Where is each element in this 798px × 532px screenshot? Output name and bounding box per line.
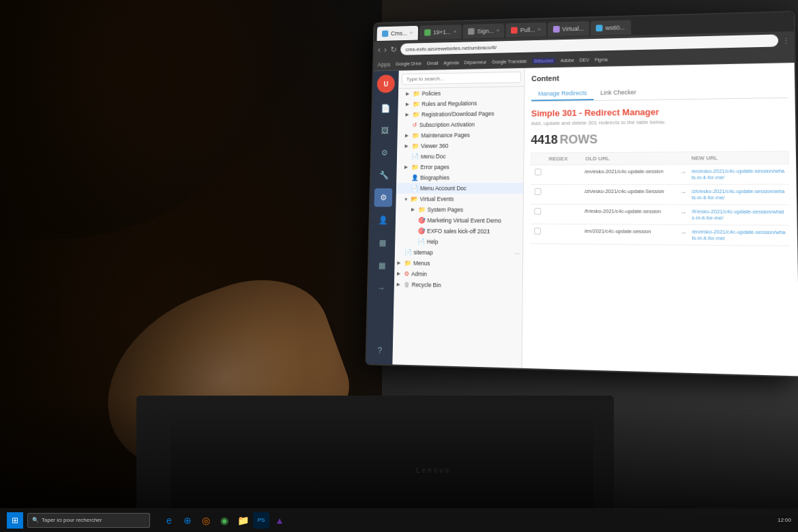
tree-item-marketing[interactable]: 🎯 Marketing Virtual Event Demo — [396, 215, 523, 226]
tree-arrow: ▶ — [405, 112, 411, 117]
taskbar-ps[interactable]: PS — [253, 512, 269, 529]
bookmark-agenda[interactable]: Agenda — [443, 60, 459, 65]
tree-label-marketing: Marketing Virtual Event Demo — [427, 217, 520, 224]
bookmark-gmail[interactable]: Gmail — [426, 61, 438, 65]
tree-more-btn[interactable]: ··· — [515, 250, 520, 257]
tree-item-account-doc[interactable]: 📄 Menu Account Doc — [396, 183, 523, 194]
taskbar-explorer[interactable]: 📁 — [235, 512, 251, 529]
tree-item-error[interactable]: ▶ 📁 Error pages — [396, 162, 523, 173]
umbraco-logo[interactable]: U — [376, 74, 395, 93]
browser-tab-cms[interactable]: Cms... × — [376, 25, 417, 40]
user-icon: 👤 — [411, 175, 419, 181]
tree-label-biographies: Biographies — [420, 174, 520, 181]
tree-item-recycle[interactable]: ▶ 🗑 Recycle Bin — [394, 279, 522, 292]
browser-tab-4[interactable]: Pull... × — [506, 22, 546, 38]
sidebar-icon-grid2[interactable]: ▦ — [372, 256, 391, 275]
taskbar-vs[interactable]: ▲ — [271, 512, 288, 529]
sidebar-icon-users[interactable]: 👤 — [374, 211, 392, 229]
tab-favicon-cms — [382, 30, 388, 37]
tree-label-rules: Rules and Regulations — [422, 100, 521, 108]
doc-icon: 📄 — [411, 153, 419, 160]
tree-item-system-pages[interactable]: ▶ 📁 System Pages — [396, 204, 523, 215]
reload-button[interactable]: ↻ — [390, 45, 397, 54]
tab-link-checker[interactable]: Link Checker — [593, 86, 643, 100]
row-checkbox-4[interactable] — [534, 228, 545, 235]
bookmark-translate[interactable]: Google Translate — [492, 59, 527, 64]
taskbar-ie[interactable]: e — [161, 512, 177, 529]
tree-label-help: Help — [427, 239, 520, 246]
tree-item-maintenance[interactable]: ▶ 📁 Maintenance Pages — [397, 129, 523, 141]
tab-label-cms: Cms... — [391, 29, 407, 36]
tree-label-policies: Policies — [422, 89, 521, 97]
bookmark-depanneur[interactable]: Dépanneur — [464, 60, 486, 65]
virtual-icon: 🎯 — [418, 217, 426, 224]
row-arrow-3: → — [677, 208, 689, 216]
rows-label: ROWS — [560, 132, 598, 146]
tree-arrow: ▶ — [397, 282, 402, 287]
content-tabs: Manage Redirects Link Checker — [531, 84, 788, 102]
tree-item-viewer360[interactable]: ▶ 📁 Viewer 360 — [397, 140, 524, 151]
bookmark-dev[interactable]: DEV — [580, 57, 589, 62]
old-url-text-1: /en/esko-2021/c4c-update-session — [585, 168, 675, 175]
tree-label-menus: Menus — [413, 260, 520, 268]
start-button[interactable]: ⊞ — [7, 512, 23, 529]
content-panel-title: Content — [531, 70, 787, 83]
tree-item-biographies[interactable]: 👤 Biographies — [396, 172, 523, 183]
tab-close-4[interactable]: × — [537, 27, 541, 33]
folder-icon: 📁 — [412, 132, 419, 139]
browser-tab-6[interactable]: ws60... — [591, 20, 632, 35]
old-url-text-4: /en/2021/c4c-update-session — [585, 228, 675, 235]
row-checkbox-3[interactable] — [534, 208, 545, 215]
taskbar-time: 12:00 — [778, 517, 791, 523]
address-text: cms-exfo.azurewebsites.net/umbraco/8/ — [406, 44, 497, 53]
tree-item-exfo-sales[interactable]: 🎯 EXFO sales kick-off 2021 — [395, 226, 522, 237]
folder-icon: 📁 — [404, 260, 412, 267]
col-header-check — [535, 156, 546, 162]
tree-item-help[interactable]: 📄 Help — [395, 236, 522, 248]
sidebar-icon-media[interactable]: 🖼 — [376, 121, 394, 140]
sidebar-icon-arrow[interactable]: → — [372, 279, 390, 298]
row-checkbox-2[interactable] — [535, 188, 546, 195]
search-box — [398, 68, 524, 89]
tree-arrow: ▶ — [404, 164, 410, 170]
bookmark-google-drive[interactable]: Google Drive — [396, 61, 422, 66]
forward-button[interactable]: › — [384, 45, 387, 54]
sidebar-icon-content[interactable]: 📄 — [376, 100, 395, 118]
sidebar-icon-grid1[interactable]: ▦ — [373, 233, 391, 252]
tab-close-cms[interactable]: × — [410, 30, 413, 36]
tab-label-4: Pull... — [520, 26, 535, 33]
taskbar-edge[interactable]: ⊕ — [179, 512, 196, 529]
content-tree: ▶ 📁 Policies ▶ 📁 Rules and Regulations ▶… — [392, 68, 524, 368]
row-checkbox-1[interactable] — [535, 168, 546, 175]
tree-search-input[interactable] — [402, 72, 521, 85]
tab-close-3[interactable]: × — [497, 27, 500, 33]
doc-icon: 📄 — [411, 185, 419, 192]
sidebar-icon-wrench[interactable]: 🔧 — [374, 166, 393, 184]
extensions-area: ⋮ — [782, 37, 790, 44]
tab-manage-redirects[interactable]: Manage Redirects — [531, 87, 594, 101]
laptop-screen: Cms... × 19+1... × Sign... × Pull... × V… — [365, 11, 798, 378]
bookmark-bitbucket[interactable]: Bitbucket — [532, 57, 555, 63]
bookmark-figma[interactable]: Figma — [595, 57, 608, 62]
folder-icon: 📁 — [411, 164, 419, 171]
browser-tab-3[interactable]: Sign... × — [463, 23, 505, 39]
tab-close-2[interactable]: × — [454, 29, 457, 35]
sidebar-icon-settings[interactable]: ⚙ — [375, 144, 394, 162]
tree-arrow: ▶ — [406, 91, 411, 97]
taskbar-firefox[interactable]: ◎ — [198, 512, 214, 529]
sidebar-icon-gear[interactable]: ⚙ — [374, 188, 393, 207]
browser-tab-2[interactable]: 19+1... × — [419, 25, 462, 40]
apps-label[interactable]: Apps — [377, 61, 390, 68]
back-button[interactable]: ‹ — [378, 45, 381, 54]
taskbar-chrome[interactable]: ◉ — [216, 512, 233, 529]
rows-count: 4418 ROWS — [531, 131, 788, 147]
tree-item-virtual-events[interactable]: ▼ 📂 Virtual Events — [396, 194, 522, 205]
tree-label-subscription: Subscription Activation — [419, 121, 521, 128]
browser-tab-5[interactable]: Virtual... — [548, 20, 590, 36]
taskbar-search[interactable]: 🔍 Taper ici pour rechercher — [27, 513, 150, 528]
bookmark-adobe[interactable]: Adobe — [561, 58, 574, 63]
sidebar-icon-help[interactable]: ? — [370, 341, 389, 361]
search-icon: 🔍 — [32, 517, 39, 523]
tree-item-menudoc[interactable]: 📄 Menu Doc — [397, 151, 524, 162]
tree-item-subscription[interactable]: ↺ Subscription Activation — [398, 119, 524, 130]
